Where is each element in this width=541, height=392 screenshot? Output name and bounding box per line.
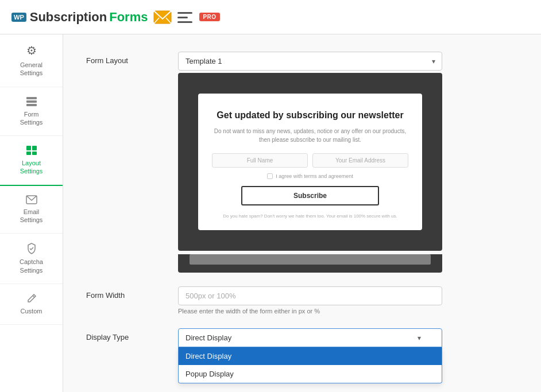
svg-rect-11 (32, 146, 37, 150)
form-layout-row: Form Layout Template 1 Template 2 Templa… (86, 52, 518, 273)
preview-terms-checkbox (267, 173, 273, 179)
svg-rect-5 (177, 17, 188, 18)
layout-icon (26, 145, 37, 156)
display-type-value: Direct Display (186, 333, 231, 342)
preview-title: Get updated by subscribing our newslette… (212, 110, 408, 122)
sidebar-label-email: EmailSettings (20, 208, 43, 224)
sidebar-item-email[interactable]: EmailSettings (0, 186, 63, 234)
preview-terms-row: I agree with terms and agreement (212, 173, 408, 179)
display-type-row: Display Type Direct Display ▾ Direct Dis… (86, 328, 518, 347)
email-icon (26, 195, 37, 204)
gear-icon: ⚙ (26, 44, 37, 57)
svg-rect-4 (177, 12, 192, 14)
custom-icon (26, 293, 37, 304)
app-body: ⚙ GeneralSettings FormSettings LayoutSet… (0, 34, 541, 392)
display-type-control: Direct Display ▾ Direct Display Popup Di… (178, 328, 442, 347)
form-layout-control: Template 1 Template 2 Template 3 ▾ Get u… (178, 52, 442, 273)
dropdown-option-direct[interactable]: Direct Display (179, 347, 442, 365)
preview-subscribe-button: Subscribe (241, 186, 378, 205)
sidebar-item-captcha[interactable]: CaptchaSettings (0, 234, 63, 284)
form-layout-select-wrapper: Template 1 Template 2 Template 3 ▾ (178, 52, 442, 71)
display-type-dropdown: Direct Display ▾ Direct Display Popup Di… (178, 328, 442, 347)
form-width-input[interactable] (178, 286, 442, 305)
display-type-menu: Direct Display Popup Display (178, 347, 442, 383)
logo-lines-icon (177, 11, 192, 24)
logo-wp: WP (11, 13, 26, 22)
preview-email-input: Your Email Address (312, 153, 408, 168)
logo-subscription: Subscription (30, 10, 107, 25)
form-layout-label: Form Layout (86, 52, 167, 65)
preview-description: Do not want to miss any news, updates, n… (212, 127, 408, 144)
preview-spam-text: Do you hate spam? Don't worry we hate th… (212, 214, 408, 219)
pro-badge: PRO (199, 13, 219, 21)
svg-rect-12 (26, 152, 31, 155)
svg-rect-7 (26, 97, 37, 99)
svg-rect-9 (26, 104, 37, 106)
preview-footer-bar (190, 254, 431, 265)
sidebar-item-custom[interactable]: Custom (0, 284, 63, 325)
preview-name-input: Full Name (212, 153, 308, 168)
sidebar-item-form[interactable]: FormSettings (0, 87, 63, 137)
svg-rect-10 (26, 146, 31, 150)
sidebar-label-captcha: CaptchaSettings (20, 258, 43, 274)
display-type-trigger[interactable]: Direct Display ▾ (178, 328, 442, 347)
display-type-label: Display Type (86, 328, 167, 341)
svg-line-15 (33, 296, 34, 297)
form-width-hint: Please enter the width of the form eithe… (178, 308, 442, 315)
template-preview: Get updated by subscribing our newslette… (178, 73, 442, 251)
display-type-chevron-icon: ▾ (418, 334, 421, 342)
logo-forms: Forms (109, 10, 148, 25)
sidebar-label-general: GeneralSettings (20, 61, 43, 77)
sidebar-item-general[interactable]: ⚙ GeneralSettings (0, 34, 63, 87)
preview-terms-text: I agree with terms and agreement (276, 173, 353, 179)
form-width-label: Form Width (86, 286, 167, 300)
header: WP Subscription Forms PRO (0, 0, 541, 34)
logo: WP Subscription Forms PRO (11, 9, 220, 25)
svg-rect-8 (26, 100, 37, 103)
form-width-row: Form Width Please enter the width of the… (86, 286, 518, 315)
svg-rect-13 (32, 152, 37, 155)
sidebar-label-custom: Custom (21, 307, 42, 315)
sidebar-label-layout: LayoutSettings (20, 159, 43, 176)
logo-email-icon (153, 9, 172, 25)
sidebar: ⚙ GeneralSettings FormSettings LayoutSet… (0, 34, 63, 392)
form-layout-select[interactable]: Template 1 Template 2 Template 3 (178, 52, 442, 71)
main-content: Form Layout Template 1 Template 2 Templa… (63, 34, 541, 392)
preview-fields: Full Name Your Email Address (212, 153, 408, 168)
preview-card: Get updated by subscribing our newslette… (198, 94, 422, 231)
form-icon (26, 96, 37, 107)
svg-rect-6 (177, 21, 192, 23)
captcha-icon (26, 243, 37, 254)
sidebar-item-layout[interactable]: LayoutSettings (0, 136, 63, 186)
dropdown-option-popup[interactable]: Popup Display (179, 365, 442, 383)
form-width-control: Please enter the width of the form eithe… (178, 286, 442, 315)
sidebar-label-form: FormSettings (20, 110, 43, 127)
